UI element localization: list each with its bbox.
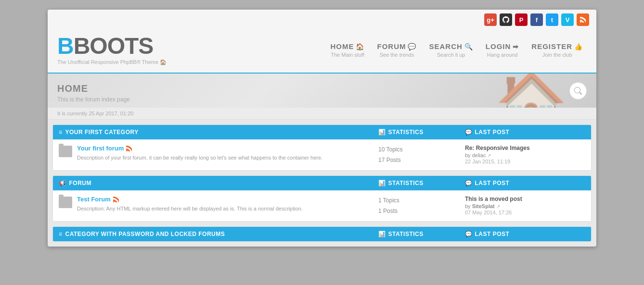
nav-login-sub: Hang around: [486, 52, 519, 58]
forum-title-link[interactable]: Your first forum: [77, 145, 124, 152]
category-first-header: ≡ YOUR FIRST CATEGORY 📊 STATISTICS 💬 LAS…: [53, 125, 591, 139]
main-nav: HOME 🏠 The Main stuff FORUM 💬 See the tr…: [326, 42, 587, 58]
forum-stats: 10 Topics 17 Posts: [378, 145, 465, 165]
logo: BBOOTS: [57, 35, 167, 58]
category-forum: 📢 FORUM 📊 STATISTICS 💬 LAST POST Test Fo…: [52, 175, 592, 222]
folder-icon-2: [59, 197, 72, 208]
topics-count-2: 1 Topics: [378, 196, 465, 206]
lastpost-icon-3: 💬: [465, 231, 473, 237]
forum-lastpost: Re: Responsive Images by deliac ↗ 22 Jan…: [465, 145, 585, 164]
category-forum-icon: 📢: [59, 180, 66, 186]
category-first-title: ≡ YOUR FIRST CATEGORY: [59, 129, 378, 136]
logo-area: BBOOTS The Unofficial Responsive PhpBB® …: [57, 35, 167, 65]
lastpost-author-2: by SiteSplat ↗: [465, 203, 585, 209]
category-locked: ≡ CATEGORY WITH PASSWORD AND LOCKED FORU…: [52, 226, 592, 242]
logo-b: B: [57, 33, 74, 59]
search-nav-icon: 🔍: [464, 43, 473, 50]
page-banner: 🏠 HOME This is the forum index page: [48, 74, 596, 108]
nav-register[interactable]: REGISTER 👍 Join the club: [528, 42, 587, 58]
folder-icon: [59, 146, 72, 157]
category-forum-lastpost-header: 💬 LAST POST: [465, 180, 585, 186]
forum-lastpost-2: This is a moved post by SiteSplat ↗ 07 M…: [465, 196, 585, 215]
nav-login[interactable]: LOGIN ➡ Hang around: [482, 42, 523, 58]
nav-home[interactable]: HOME 🏠 The Main stuff: [326, 42, 368, 58]
category-locked-icon: ≡: [59, 231, 63, 237]
pinterest-icon[interactable]: P: [515, 13, 528, 26]
rss-feed-icon[interactable]: [577, 13, 589, 26]
nav-home-sub: The Main stuff: [330, 52, 364, 58]
nav-register-title: REGISTER 👍: [531, 42, 583, 50]
google-plus-icon[interactable]: g+: [484, 13, 497, 26]
forum-info-2: Test Forum Description: Any HTML markup …: [77, 196, 303, 212]
nav-home-title: HOME 🏠: [330, 42, 364, 50]
twitter-icon[interactable]: t: [546, 13, 558, 26]
nav-forum-sub: See the trends: [377, 52, 416, 58]
category-first-stats-header: 📊 STATISTICS: [378, 129, 465, 136]
category-locked-title: ≡ CATEGORY WITH PASSWORD AND LOCKED FORU…: [59, 231, 378, 237]
goto-icon-2: ↗: [496, 204, 500, 209]
stats-icon-3: 📊: [378, 231, 386, 237]
category-locked-lastpost-header: 💬 LAST POST: [465, 231, 585, 237]
lastpost-date-2: 07 May 2014, 17:26: [465, 210, 585, 215]
rss-icon-2[interactable]: [113, 196, 119, 204]
stats-icon-2: 📊: [378, 180, 386, 186]
site-header: BBOOTS The Unofficial Responsive PhpBB® …: [48, 30, 596, 74]
social-bar: g+ P f t V: [48, 10, 596, 30]
page-wrapper: g+ P f t V BBOOTS The Unofficial Respons…: [48, 10, 596, 247]
category-locked-header: ≡ CATEGORY WITH PASSWORD AND LOCKED FORU…: [53, 227, 591, 241]
forum-info: Your first forum Description of your fir…: [77, 145, 322, 161]
nav-search[interactable]: SEARCH 🔍 Search it up: [425, 42, 477, 58]
vimeo-icon[interactable]: V: [561, 13, 574, 26]
lastpost-icon-2: 💬: [465, 180, 473, 186]
forum-main-cell: Your first forum Description of your fir…: [59, 145, 378, 161]
date-bar: It is currently 25 Apr 2017, 01:20: [48, 108, 596, 120]
lastpost-icon: 💬: [465, 129, 473, 136]
forum-main-cell-2: Test Forum Description: Any HTML markup …: [59, 196, 378, 212]
breadcrumb: HOME: [57, 83, 587, 94]
home-nav-icon: 🏠: [356, 43, 364, 50]
nav-forum[interactable]: FORUM 💬 See the trends: [373, 42, 420, 58]
lastpost-title-2[interactable]: This is a moved post: [465, 196, 585, 202]
lastpost-author: by deliac ↗: [465, 152, 585, 158]
logo-rest: BOOTS: [74, 33, 154, 59]
current-date: It is currently 25 Apr 2017, 01:20: [57, 111, 133, 116]
table-row: Test Forum Description: Any HTML markup …: [53, 190, 591, 221]
forum-description-2: Description: Any HTML markup entered her…: [77, 205, 303, 212]
banner-search-button[interactable]: [569, 82, 587, 99]
forum-stats-2: 1 Topics 1 Posts: [378, 196, 465, 216]
nav-login-title: LOGIN ➡: [486, 42, 519, 50]
github-icon[interactable]: [500, 13, 512, 26]
banner-subtitle: This is the forum index page: [57, 96, 587, 103]
lastpost-date: 22 Jan 2015, 11:19: [465, 159, 585, 164]
category-forum-stats-header: 📊 STATISTICS: [378, 180, 465, 186]
forum-title-rss: Your first forum: [77, 145, 322, 153]
nav-forum-title: FORUM 💬: [377, 42, 416, 50]
posts-count-2: 1 Posts: [378, 206, 465, 217]
forum-description: Description of your first forum. it can …: [77, 154, 322, 161]
sitesplat-author-link[interactable]: SiteSplat: [472, 203, 495, 209]
forum-nav-icon: 💬: [408, 43, 416, 50]
goto-icon: ↗: [487, 153, 491, 158]
category-first-lastpost-header: 💬 LAST POST: [465, 129, 585, 136]
posts-count: 17 Posts: [378, 155, 465, 166]
forum-title-link-2[interactable]: Test Forum: [77, 196, 111, 203]
forum-title-rss-2: Test Forum: [77, 196, 303, 204]
login-nav-icon: ➡: [513, 43, 519, 50]
facebook-icon[interactable]: f: [530, 13, 543, 26]
logo-tagline: The Unofficial Responsive PhpBB® Theme 🏠: [57, 59, 167, 65]
category-locked-stats-header: 📊 STATISTICS: [378, 231, 465, 237]
category-forum-title: 📢 FORUM: [59, 180, 378, 186]
nav-register-sub: Join the club: [531, 52, 583, 58]
lastpost-title[interactable]: Re: Responsive Images: [465, 145, 585, 151]
register-nav-icon: 👍: [574, 43, 583, 50]
category-first-icon: ≡: [59, 129, 63, 136]
nav-search-title: SEARCH 🔍: [429, 42, 473, 50]
table-row: Your first forum Description of your fir…: [53, 139, 591, 170]
stats-icon: 📊: [378, 129, 386, 136]
category-forum-header: 📢 FORUM 📊 STATISTICS 💬 LAST POST: [53, 176, 591, 190]
nav-search-sub: Search it up: [429, 52, 473, 58]
rss-icon[interactable]: [126, 145, 132, 153]
topics-count: 10 Topics: [378, 145, 465, 155]
category-first: ≡ YOUR FIRST CATEGORY 📊 STATISTICS 💬 LAS…: [52, 124, 592, 171]
